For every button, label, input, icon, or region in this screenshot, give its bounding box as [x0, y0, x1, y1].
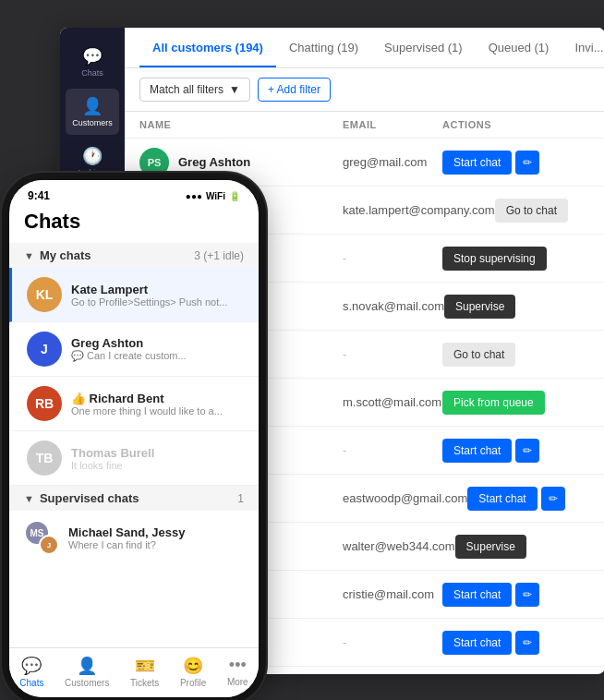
actions-cell: Start chat ✏ — [442, 583, 590, 607]
list-item[interactable]: MS J Michael Sand, Jessy Where I can fin… — [9, 511, 259, 564]
supervised-chats-section-header[interactable]: ▼ Supervised chats 1 — [9, 486, 259, 511]
sidebar-item-chats[interactable]: 💬 Chats — [66, 39, 119, 85]
actions-cell: Start chat ✏ — [442, 439, 590, 463]
chevron-down-icon: ▼ — [24, 493, 34, 504]
battery-icon: 🔋 — [229, 191, 240, 201]
filter-bar: Match all filters ▼ + Add filter — [125, 68, 604, 112]
customer-email: - — [343, 251, 442, 265]
start-chat-button[interactable]: Start chat — [467, 487, 537, 511]
add-filter-button[interactable]: + Add filter — [258, 78, 331, 102]
phone-status-bar: 9:41 ●●● WiFi 🔋 — [9, 180, 259, 206]
list-item[interactable]: KL Kate Lampert Go to Profile>Settings> … — [9, 268, 259, 322]
add-filter-label: + Add filter — [268, 83, 320, 96]
phone-header: Chats — [9, 206, 259, 243]
profile-nav-icon: 😊 — [183, 656, 203, 676]
chats-nav-icon: 💬 — [21, 656, 42, 676]
customer-email: s.novak@mail.com — [343, 299, 444, 313]
sidebar-chats-label: Chats — [81, 68, 103, 78]
chat-info: Thomas Burell It looks fine — [71, 446, 244, 471]
supervised-chats-label: Supervised chats — [40, 491, 139, 505]
sidebar-item-customers[interactable]: 👤 Customers — [66, 89, 119, 135]
table-header: NAME EMAIL ACTIONS — [125, 112, 604, 139]
start-chat-button[interactable]: Start chat — [442, 631, 512, 655]
avatar: RB — [27, 386, 62, 421]
supervise-button[interactable]: Supervise — [455, 535, 526, 559]
status-icons: ●●● WiFi 🔋 — [186, 191, 240, 201]
supervise-button[interactable]: Supervise — [444, 295, 515, 319]
edit-button[interactable]: ✏ — [515, 151, 539, 175]
phone-time: 9:41 — [28, 189, 50, 202]
double-avatar: MS J — [24, 520, 59, 555]
chat-info: Greg Ashton 💬 Can I create custom... — [71, 336, 244, 362]
chat-name: Thomas Burell — [71, 446, 244, 460]
customer-email: - — [343, 443, 442, 457]
tab-queued[interactable]: Queued (1) — [476, 28, 562, 67]
avatar: TB — [27, 441, 62, 476]
avatar-2: J — [39, 535, 59, 555]
supervised-chats-count: 1 — [237, 492, 244, 505]
actions-cell: Pick from queue — [442, 391, 590, 415]
edit-button[interactable]: ✏ — [515, 583, 539, 607]
go-to-chat-button[interactable]: Go to chat — [495, 199, 568, 223]
customer-name: Greg Ashton — [178, 155, 250, 169]
chat-name: Kate Lampert — [71, 283, 244, 296]
list-item[interactable]: J Greg Ashton 💬 Can I create custom... — [9, 322, 259, 377]
chat-name: 👍 Richard Bent — [71, 392, 244, 405]
chat-preview: Go to Profile>Settings> Push not... — [71, 296, 244, 308]
col-actions: ACTIONS — [442, 119, 590, 130]
phone-bottom-nav: 💬 Chats 👤 Customers 🎫 Tickets 😊 Profile … — [9, 647, 259, 697]
start-chat-button[interactable]: Start chat — [442, 439, 512, 463]
archives-icon: 🕐 — [82, 146, 103, 166]
sidebar-archives-label: Archives — [77, 168, 109, 177]
nav-item-more[interactable]: ••• More — [227, 656, 248, 688]
tab-all-customers[interactable]: All customers (194) — [139, 28, 276, 67]
list-item[interactable]: TB Thomas Burell It looks fine — [9, 431, 259, 486]
customer-email: kate.lampert@company.com — [343, 203, 495, 217]
customer-email: - — [343, 635, 442, 649]
more-nav-icon: ••• — [229, 656, 247, 675]
edit-button[interactable]: ✏ — [515, 439, 539, 463]
phone-title: Chats — [24, 210, 80, 233]
col-name: NAME — [139, 119, 343, 130]
start-chat-button[interactable]: Start chat — [442, 151, 512, 175]
actions-cell: Start chat ✏ — [467, 487, 604, 511]
chat-preview: One more thing I would like to a... — [71, 405, 244, 416]
sidebar-item-archives[interactable]: 🕐 Archives — [66, 139, 119, 185]
more-nav-label: More — [227, 677, 248, 687]
stop-supervising-button[interactable]: Stop supervising — [442, 247, 547, 271]
dropdown-chevron-icon: ▼ — [229, 83, 240, 96]
go-to-chat-button[interactable]: Go to chat — [442, 343, 515, 367]
tab-invited[interactable]: Invi... — [562, 28, 604, 67]
customers-icon: 👤 — [82, 96, 103, 116]
actions-cell: Stop supervising — [442, 247, 590, 271]
tabs-bar: All customers (194) Chatting (19) Superv… — [125, 28, 604, 68]
name-cell: PS Greg Ashton — [139, 148, 343, 177]
actions-cell: Start chat ✏ — [442, 151, 590, 175]
customer-email: eastwoodp@gmail.com — [343, 491, 467, 505]
tab-chatting[interactable]: Chatting (19) — [276, 28, 371, 67]
chat-info: Kate Lampert Go to Profile>Settings> Pus… — [71, 283, 244, 308]
customer-email: m.scott@mail.com — [343, 395, 442, 409]
edit-button[interactable]: ✏ — [541, 487, 565, 511]
nav-item-tickets[interactable]: 🎫 Tickets — [130, 656, 159, 688]
list-item[interactable]: RB 👍 Richard Bent One more thing I would… — [9, 377, 259, 431]
section-title-row: ▼ Supervised chats — [24, 491, 139, 505]
my-chats-section-header[interactable]: ▼ My chats 3 (+1 idle) — [9, 243, 259, 268]
chevron-down-icon: ▼ — [24, 250, 34, 261]
nav-item-customers[interactable]: 👤 Customers — [65, 656, 109, 688]
pick-from-queue-button[interactable]: Pick from queue — [442, 391, 545, 415]
match-all-filters-label: Match all filters — [150, 83, 223, 96]
edit-button[interactable]: ✏ — [515, 631, 539, 655]
tab-supervised[interactable]: Supervised (1) — [371, 28, 476, 67]
chat-name: Greg Ashton — [71, 336, 244, 350]
start-chat-button[interactable]: Start chat — [442, 583, 512, 607]
match-all-filters-button[interactable]: Match all filters ▼ — [139, 78, 250, 102]
actions-cell: Go to chat — [442, 343, 590, 367]
actions-cell: Supervise — [455, 535, 603, 559]
avatar: PS — [139, 148, 169, 177]
customers-nav-icon: 👤 — [77, 656, 97, 676]
nav-item-chats[interactable]: 💬 Chats — [19, 656, 43, 688]
signal-icon: ●●● — [186, 191, 202, 201]
nav-item-profile[interactable]: 😊 Profile — [180, 656, 206, 688]
chat-preview: Where I can find it? — [68, 539, 244, 550]
